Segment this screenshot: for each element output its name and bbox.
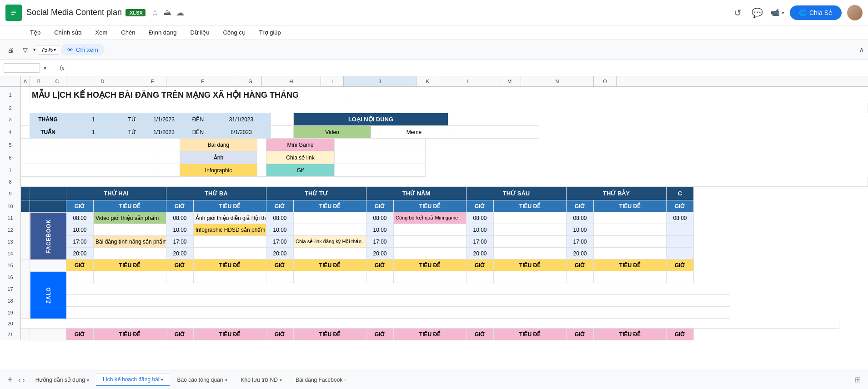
menu-chen[interactable]: Chèn	[118, 28, 138, 37]
row21-tieu-de-6: TIÊU ĐỀ	[594, 329, 667, 340]
add-sheet-button[interactable]: +	[4, 374, 16, 386]
cell-i7	[157, 164, 180, 177]
day-thu-sau: THỨ SÁU	[467, 187, 567, 200]
menu-tep[interactable]: Tệp	[27, 28, 43, 37]
col-f[interactable]: F	[166, 76, 239, 86]
col-h[interactable]: H	[262, 76, 321, 86]
menu-dinh-dang[interactable]: Định dạng	[146, 28, 179, 37]
col-o[interactable]: O	[594, 76, 617, 86]
cell-i6	[157, 151, 180, 164]
cell-ref-dropdown[interactable]: ▾	[44, 65, 46, 71]
user-avatar[interactable]	[847, 5, 863, 20]
col-a[interactable]: A	[21, 76, 30, 86]
tab-kho-luu-tru-dropdown[interactable]: ▾	[280, 378, 282, 383]
rownum-6: 6	[0, 151, 21, 164]
zalo-row-19	[66, 307, 868, 319]
cell-reference-input[interactable]: J3:L3	[4, 63, 40, 73]
col-i[interactable]: I	[321, 76, 344, 86]
zalo-sub-tieu-de-5: TIÊU ĐỀ	[494, 259, 567, 271]
col-j[interactable]: J	[344, 76, 416, 86]
col-b[interactable]: B	[30, 76, 48, 86]
drive-icon[interactable]: ⛰	[163, 8, 171, 17]
share-label: Chia Sẻ	[809, 9, 833, 16]
sub-tieu-de-3: TIÊU ĐỀ	[294, 200, 366, 212]
tab-next-button[interactable]: ›	[22, 376, 25, 384]
col-l[interactable]: L	[439, 76, 498, 86]
row-2: 2	[0, 103, 868, 113]
comments-button[interactable]: 💬	[752, 7, 763, 18]
fb-title-4-6	[594, 248, 667, 259]
col-d[interactable]: D	[66, 76, 139, 86]
menu-xem[interactable]: Xem	[93, 28, 110, 37]
sub-gio-7: GIỜ	[667, 200, 694, 212]
formula-bar: J3:L3 ▾ fx LOẠI NỘI DUNG	[0, 60, 868, 76]
fb-row-13: 17:00 Bài đăng tính năng sản phẩm 17:00 …	[66, 236, 868, 248]
loai-mini-game: Mini Game	[266, 139, 335, 151]
day-thu-bay: THỨ BẢY	[567, 187, 667, 200]
tab-bao-cao-label: Báo cáo tổng quan	[177, 377, 223, 383]
row-15-zalo-headers: 15 GIỜ TIÊU ĐỀ GIỜ TIÊU ĐỀ GIỜ TIÊU ĐỀ G…	[0, 259, 868, 271]
col-k[interactable]: K	[416, 76, 439, 86]
cloud-icon[interactable]: ☁	[176, 8, 184, 18]
col-e[interactable]: E	[139, 76, 166, 86]
tab-lich-ke-hoach-label: Lịch kế hoạch đăng bài	[103, 376, 159, 383]
menu-cong-cu[interactable]: Công cụ	[221, 28, 248, 37]
collapse-toolbar-button[interactable]: ∧	[859, 46, 864, 54]
menu-du-lieu[interactable]: Dữ liệu	[188, 28, 212, 37]
fb-title-2-1	[94, 224, 166, 236]
fb-title-3-6	[594, 236, 667, 248]
tab-bao-cao-dropdown[interactable]: ▾	[225, 378, 227, 383]
tab-bai-dang-fb[interactable]: Bài đăng Facebook ‹	[289, 374, 353, 386]
tab-kho-luu-tru[interactable]: Kho lưu trữ ND ▾	[234, 374, 289, 386]
fb-title-4-4	[394, 248, 467, 259]
tab-huong-dan-dropdown[interactable]: ▾	[87, 378, 89, 383]
sheets-expand-button[interactable]: ⊞	[855, 375, 861, 384]
tab-lich-ke-hoach[interactable]: Lịch kế hoạch đăng bài ▾	[96, 373, 170, 386]
row21-gio-1: GIỜ	[66, 329, 94, 340]
filter-button[interactable]: ▽	[19, 45, 31, 55]
fb-title-2-3	[294, 224, 366, 236]
chi-xem-button[interactable]: 👁 Chỉ xem	[61, 44, 105, 55]
cell-thang: THÁNG	[30, 113, 66, 126]
filter-dropdown[interactable]: ▾	[33, 47, 36, 53]
tab-bai-dang-fb-dropdown[interactable]: ‹	[344, 378, 346, 383]
formula-input[interactable]: LOẠI NỘI DUNG	[70, 65, 864, 71]
document-title: Social Media Content plan	[26, 8, 122, 17]
zoom-selector[interactable]: 75% ▾	[38, 45, 59, 55]
tab-lich-ke-hoach-dropdown[interactable]: ▾	[161, 377, 163, 382]
cell-i3	[271, 113, 294, 126]
col-c[interactable]: C	[48, 76, 66, 86]
fx-icon: fx	[60, 65, 65, 72]
tab-huong-dan[interactable]: Hướng dẫn sử dụng ▾	[29, 374, 96, 386]
menu-tro-giup[interactable]: Trợ giúp	[256, 28, 284, 37]
tab-prev-button[interactable]: ‹	[18, 376, 20, 384]
tab-bao-cao[interactable]: Báo cáo tổng quan ▾	[170, 374, 234, 386]
rownum-18: 18	[0, 295, 21, 307]
loai-gif: Gif	[266, 164, 335, 177]
cell-b15	[30, 259, 66, 271]
print-button[interactable]: 🖨	[4, 45, 17, 55]
fb-row-14: 20:00 20:00 20:00 20:00 20:00 20:00	[66, 248, 868, 259]
row-3: 3 THÁNG 1 TỪ 1/1/2023 ĐẾN 31/1/2023 LOẠI…	[0, 113, 868, 126]
column-headers: A B C D E F G H I J K L M N O	[0, 76, 868, 87]
sub-gio-5: GIỜ	[467, 200, 494, 212]
cell-a15	[21, 259, 30, 271]
cell-b10	[30, 200, 66, 212]
star-icon[interactable]: ☆	[151, 8, 159, 18]
col-m[interactable]: M	[498, 76, 521, 86]
meet-button[interactable]: 📹 ▾	[771, 8, 784, 17]
menu-chinh-sua[interactable]: Chỉnh sửa	[51, 28, 84, 37]
share-button[interactable]: 🌐 Chia Sẻ	[790, 5, 842, 20]
day-thu-tu: THỨ TƯ	[266, 187, 366, 200]
col-n[interactable]: N	[521, 76, 594, 86]
sub-tieu-de-5: TIÊU ĐỀ	[494, 200, 567, 212]
loai-video: Video	[294, 126, 371, 139]
fb-title-2-2: Infographic HDSD sản phẩm	[194, 224, 266, 236]
history-button[interactable]: ↺	[734, 7, 742, 18]
row-4: 4 TUẦN 1 TỪ 1/1/2023 ĐẾN 8/1/2023 Video …	[0, 126, 868, 139]
z-gio-6	[567, 271, 594, 283]
meet-dropdown[interactable]: ▾	[782, 10, 784, 16]
day-thu-ba: THỨ BA	[166, 187, 266, 200]
col-g[interactable]: G	[239, 76, 262, 86]
zalo-sub-gio-2: GIỜ	[166, 259, 194, 271]
